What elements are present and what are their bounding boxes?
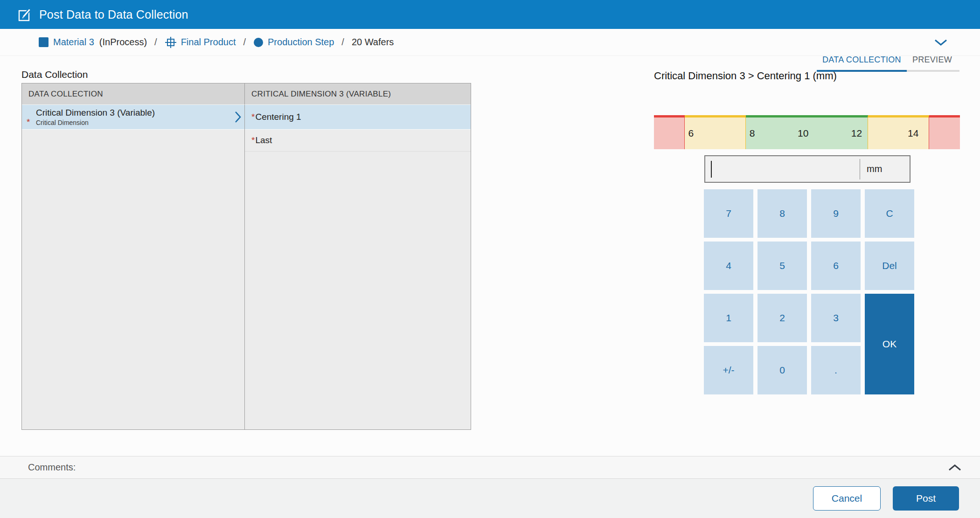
chevron-down-icon <box>934 39 947 46</box>
limit-zone-green: 8 10 12 <box>746 115 868 149</box>
numeric-keypad: 7 8 9 C 4 5 6 Del 1 2 3 OK +/- 0 . <box>704 189 914 394</box>
comments-label: Comments: <box>28 462 76 473</box>
table-row-last[interactable]: * Last <box>245 130 471 152</box>
keypad-9[interactable]: 9 <box>811 189 861 238</box>
breadcrumb-separator: / <box>153 37 159 48</box>
limit-zone-yellow-low: 6 <box>685 115 746 149</box>
cancel-button[interactable]: Cancel <box>813 486 881 511</box>
limit-tick-6: 6 <box>688 128 694 139</box>
chevron-up-icon <box>948 464 961 471</box>
material-square-icon <box>38 37 49 48</box>
keypad-3[interactable]: 3 <box>811 294 861 342</box>
collection-column: * Critical Dimension 3 (Variable) Critic… <box>22 105 244 429</box>
keypad-delete[interactable]: Del <box>865 242 914 290</box>
keypad-0[interactable]: 0 <box>758 346 807 394</box>
page-title: Post Data to Data Collection <box>39 8 188 21</box>
chevron-right-icon <box>234 111 242 123</box>
breadcrumb-item-product[interactable]: Final Product <box>165 36 236 48</box>
breadcrumb-expand-button[interactable] <box>934 39 947 46</box>
limit-tick-8: 8 <box>750 128 755 139</box>
breadcrumb-wafers-label: 20 Wafers <box>352 37 394 48</box>
keypad-4[interactable]: 4 <box>704 242 753 290</box>
row-title: Critical Dimension 3 (Variable) <box>36 108 244 118</box>
keypad-2[interactable]: 2 <box>758 294 807 342</box>
required-marker: * <box>251 135 255 145</box>
product-crosshair-icon <box>165 36 177 48</box>
action-bar: Cancel Post <box>0 479 980 518</box>
parameter-path-heading: Critical Dimension 3 > Centering 1 (mm) <box>654 70 837 82</box>
limit-tick-14: 14 <box>908 128 918 139</box>
keypad-1[interactable]: 1 <box>704 294 753 342</box>
value-input[interactable]: mm <box>704 155 910 183</box>
breadcrumb-product-label[interactable]: Final Product <box>181 37 236 48</box>
breadcrumb-item-step[interactable]: Production Step <box>253 37 334 48</box>
column-header-data-collection: DATA COLLECTION <box>22 83 244 105</box>
parameter-label: Last <box>255 135 272 145</box>
required-marker: * <box>27 117 30 127</box>
parameter-label: Centering 1 <box>255 112 301 122</box>
keypad-8[interactable]: 8 <box>758 189 807 238</box>
limit-zone-yellow-high: 14 <box>868 115 929 149</box>
keypad-ok-button[interactable]: OK <box>865 294 914 394</box>
right-panel-tabs: DATA COLLECTION PREVIEW <box>817 55 959 72</box>
limit-tick-10: 10 <box>798 128 808 139</box>
post-data-dialog: Post Data to Data Collection Material 3 … <box>0 0 980 518</box>
comments-collapse-button[interactable] <box>948 464 961 471</box>
edit-icon <box>18 7 32 21</box>
tab-data-collection[interactable]: DATA COLLECTION <box>817 55 907 72</box>
breadcrumb-step-label[interactable]: Production Step <box>268 37 334 48</box>
breadcrumb: Material 3 (InProcess) / Final Product /… <box>0 29 980 56</box>
tab-preview[interactable]: PREVIEW <box>907 55 959 72</box>
required-marker: * <box>251 112 255 122</box>
table-row-centering-1[interactable]: * Centering 1 <box>245 105 471 130</box>
keypad-6[interactable]: 6 <box>811 242 861 290</box>
parameter-column: * Centering 1 * Last <box>244 105 471 429</box>
limit-zone-red-low <box>654 115 685 149</box>
row-subtitle: Critical Dimension <box>36 119 244 126</box>
comments-bar: Comments: <box>0 456 980 479</box>
keypad-plus-minus[interactable]: +/- <box>704 346 753 394</box>
limit-tick-12: 12 <box>851 128 862 139</box>
breadcrumb-item-material[interactable]: Material 3 (InProcess) <box>38 37 147 48</box>
column-header-critical-dimension: CRITICAL DIMENSION 3 (VARIABLE) <box>244 83 471 105</box>
keypad-decimal[interactable]: . <box>811 346 861 394</box>
limit-zone-red-high <box>929 115 960 149</box>
text-cursor <box>711 161 712 178</box>
step-circle-icon <box>253 37 264 48</box>
breadcrumb-material-state: (InProcess) <box>99 37 147 48</box>
spec-limits-bar: 6 8 10 12 14 <box>654 115 960 149</box>
keypad-5[interactable]: 5 <box>758 242 807 290</box>
data-collection-table: DATA COLLECTION CRITICAL DIMENSION 3 (VA… <box>21 83 471 430</box>
breadcrumb-separator: / <box>242 37 247 48</box>
data-collection-heading: Data Collection <box>21 69 88 80</box>
unit-label: mm <box>860 164 910 174</box>
title-bar: Post Data to Data Collection <box>0 0 980 29</box>
table-row-critical-dimension-3[interactable]: * Critical Dimension 3 (Variable) Critic… <box>22 105 244 130</box>
keypad-7[interactable]: 7 <box>704 189 753 238</box>
keypad-clear[interactable]: C <box>865 189 914 238</box>
post-button[interactable]: Post <box>893 486 959 511</box>
breadcrumb-material-label[interactable]: Material 3 <box>53 37 94 48</box>
breadcrumb-separator: / <box>340 37 346 48</box>
